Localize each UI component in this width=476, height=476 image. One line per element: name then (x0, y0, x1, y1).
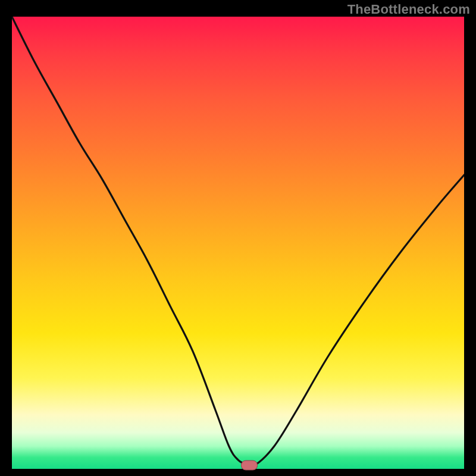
curve-layer (12, 17, 464, 469)
optimum-marker (241, 460, 258, 470)
plot-area (12, 17, 464, 469)
watermark-text: TheBottleneck.com (347, 2, 470, 17)
bottleneck-curve (12, 17, 464, 466)
chart-stage: TheBottleneck.com (0, 0, 476, 476)
